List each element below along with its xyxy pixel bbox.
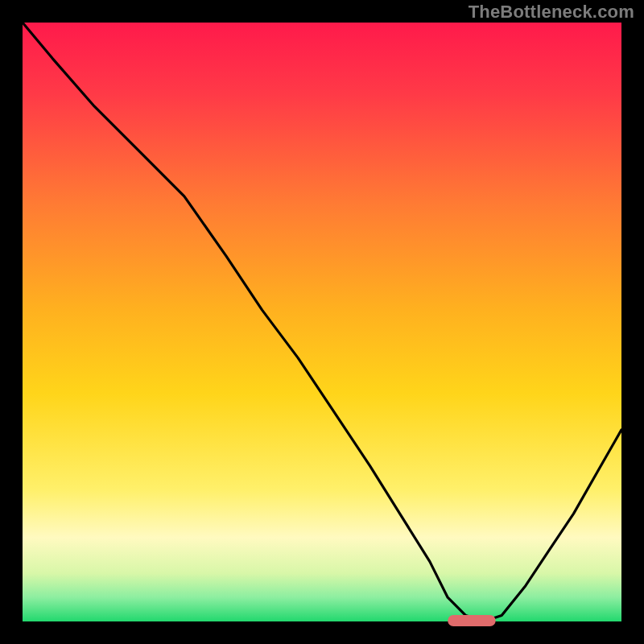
watermark-text: TheBottleneck.com bbox=[469, 2, 634, 23]
chart-svg bbox=[0, 0, 644, 644]
plot-background bbox=[23, 23, 621, 621]
chart-frame: TheBottleneck.com bbox=[0, 0, 644, 644]
optimal-marker bbox=[448, 615, 496, 626]
